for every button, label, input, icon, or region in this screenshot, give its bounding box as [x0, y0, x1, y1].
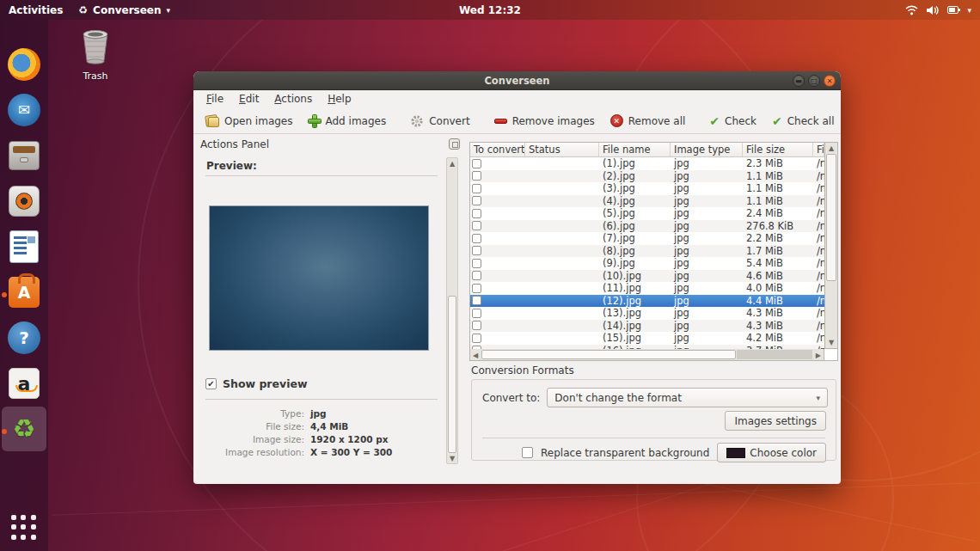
table-vertical-scrollbar[interactable]: ▲ ▼	[824, 142, 838, 349]
table-header: To convert Status File name Image type F…	[470, 143, 824, 157]
cell-to-convert	[470, 232, 525, 245]
window-titlebar[interactable]: Converseen ▬ □ ✕	[193, 71, 841, 90]
row-checkbox[interactable]	[472, 334, 481, 343]
scroll-right-arrow-icon[interactable]: ▶	[816, 352, 821, 359]
maximize-button[interactable]: □	[808, 75, 820, 87]
menu-actions[interactable]: Actions	[266, 90, 320, 108]
minimize-button[interactable]: ▬	[793, 75, 805, 87]
float-panel-icon[interactable]	[449, 138, 460, 150]
table-row[interactable]: (5).jpgjpg2.4 MiB/n	[470, 207, 824, 220]
add-images-button[interactable]: Add images	[302, 113, 394, 130]
scrollbar-thumb[interactable]	[481, 350, 736, 359]
menu-help[interactable]: Help	[320, 90, 358, 108]
activities-button[interactable]: Activities	[9, 4, 63, 16]
conversion-formats-title: Conversion Formats	[471, 364, 574, 377]
divider	[205, 399, 438, 400]
scrollbar-thumb[interactable]	[448, 296, 456, 453]
scroll-down-arrow-icon[interactable]: ▼	[447, 455, 457, 462]
row-checkbox[interactable]	[472, 184, 481, 193]
menu-edit[interactable]: Edit	[231, 90, 266, 108]
table-row[interactable]: (1).jpgjpg2.3 MiB/n	[470, 157, 824, 170]
row-checkbox[interactable]	[472, 296, 481, 305]
check-all-button[interactable]: ✔ Check all	[765, 113, 841, 130]
table-row[interactable]: (9).jpgjpg5.4 MiB/n	[470, 257, 824, 270]
table-row[interactable]: (10).jpgjpg4.6 MiB/n	[470, 270, 824, 283]
cell-file-path: /n	[813, 282, 824, 295]
choose-color-button[interactable]: Choose color	[717, 443, 826, 462]
dock-item-files[interactable]	[7, 138, 41, 173]
open-images-button[interactable]: Open images	[199, 113, 300, 130]
dock-item-libreoffice-writer[interactable]	[7, 230, 41, 264]
cell-file-path: /n	[813, 182, 824, 195]
row-checkbox[interactable]	[472, 284, 481, 293]
cell-image-type: jpg	[671, 170, 743, 183]
row-checkbox[interactable]	[472, 259, 481, 268]
row-checkbox[interactable]	[472, 309, 481, 318]
row-checkbox[interactable]	[472, 209, 481, 218]
col-status[interactable]: Status	[525, 143, 599, 156]
divider	[482, 438, 825, 438]
row-checkbox[interactable]	[472, 159, 481, 168]
table-row[interactable]: (3).jpgjpg1.1 MiB/n	[470, 182, 824, 195]
row-checkbox[interactable]	[472, 321, 481, 330]
scroll-left-arrow-icon[interactable]: ◀	[473, 352, 478, 359]
row-checkbox[interactable]	[472, 271, 481, 280]
table-horizontal-scrollbar[interactable]: ◀ ▶	[469, 349, 824, 361]
row-checkbox[interactable]	[472, 171, 481, 181]
scroll-up-arrow-icon[interactable]: ▲	[825, 144, 837, 152]
col-image-type[interactable]: Image type	[671, 143, 743, 156]
row-checkbox[interactable]	[472, 234, 481, 243]
remove-images-button[interactable]: Remove images	[487, 113, 602, 130]
cell-file-size: 4.6 MiB	[743, 270, 813, 283]
show-preview-checkbox[interactable]: ✔	[205, 378, 217, 389]
cell-file-path: /n	[813, 195, 824, 208]
system-tray[interactable]: ▾	[905, 5, 980, 15]
scrollbar-thumb[interactable]	[826, 154, 836, 281]
scroll-down-arrow-icon[interactable]: ▼	[825, 339, 837, 346]
col-file-name[interactable]: File name	[599, 143, 671, 156]
row-checkbox[interactable]	[472, 221, 481, 230]
image-size-label: Image size:	[205, 434, 310, 444]
row-checkbox[interactable]	[472, 196, 481, 205]
replace-background-checkbox[interactable]	[522, 447, 533, 458]
cell-to-convert	[470, 157, 525, 170]
close-button[interactable]: ✕	[824, 75, 836, 87]
dock-item-converseen[interactable]: ♻	[7, 412, 41, 446]
table-row[interactable]: (8).jpgjpg1.7 MiB/n	[470, 245, 824, 258]
show-applications-button[interactable]	[11, 515, 37, 541]
row-checkbox[interactable]	[472, 246, 481, 255]
table-row[interactable]: (7).jpgjpg2.2 MiB/n	[470, 232, 824, 245]
dock-item-rhythmbox[interactable]	[7, 184, 41, 218]
format-select[interactable]: Don't change the format ▾	[547, 388, 828, 407]
col-file-path[interactable]: Fil	[813, 143, 824, 156]
table-row[interactable]: (11).jpgjpg4.0 MiB/n	[470, 282, 824, 295]
format-selected-value: Don't change the format	[554, 392, 682, 404]
menu-file[interactable]: File	[199, 90, 231, 108]
table-row[interactable]: (4).jpgjpg1.1 MiB/n	[470, 195, 824, 208]
preview-label: Preview:	[206, 160, 257, 172]
table-row[interactable]: (6).jpgjpg276.8 KiB/n	[470, 220, 824, 233]
app-menu[interactable]: ♻ Converseen ▾	[78, 4, 170, 16]
dock-item-ubuntu-software[interactable]: A	[7, 275, 41, 309]
table-row[interactable]: (12).jpgjpg4.4 MiB/n	[470, 295, 824, 308]
dock-item-thunderbird[interactable]: ✉	[7, 93, 41, 127]
dock-item-help[interactable]: ?	[7, 321, 41, 355]
table-row[interactable]: (15).jpgjpg4.2 MiB/n	[470, 332, 824, 345]
check-button[interactable]: ✔ Check	[702, 113, 763, 130]
images-settings-button[interactable]: Images settings	[725, 411, 826, 431]
wifi-icon	[905, 5, 918, 15]
cell-to-convert	[470, 332, 525, 345]
table-row[interactable]: (2).jpgjpg1.1 MiB/n	[470, 170, 824, 183]
trash-desktop-icon[interactable]: Trash	[72, 29, 119, 82]
dock-item-amazon[interactable]: a	[7, 366, 41, 401]
table-row[interactable]: (13).jpgjpg4.3 MiB/n	[470, 307, 824, 320]
col-file-size[interactable]: File size	[743, 143, 813, 156]
panel-scrollbar[interactable]: ▲ ▼	[446, 157, 458, 464]
scroll-up-arrow-icon[interactable]: ▲	[447, 160, 457, 168]
scrollbar-track[interactable]	[737, 350, 812, 359]
convert-button[interactable]: Convert	[403, 112, 476, 131]
dock-item-firefox[interactable]	[7, 47, 41, 82]
col-to-convert[interactable]: To convert	[470, 143, 525, 156]
table-row[interactable]: (14).jpgjpg4.3 MiB/n	[470, 320, 824, 333]
remove-all-button[interactable]: ✕ Remove all	[603, 112, 693, 130]
